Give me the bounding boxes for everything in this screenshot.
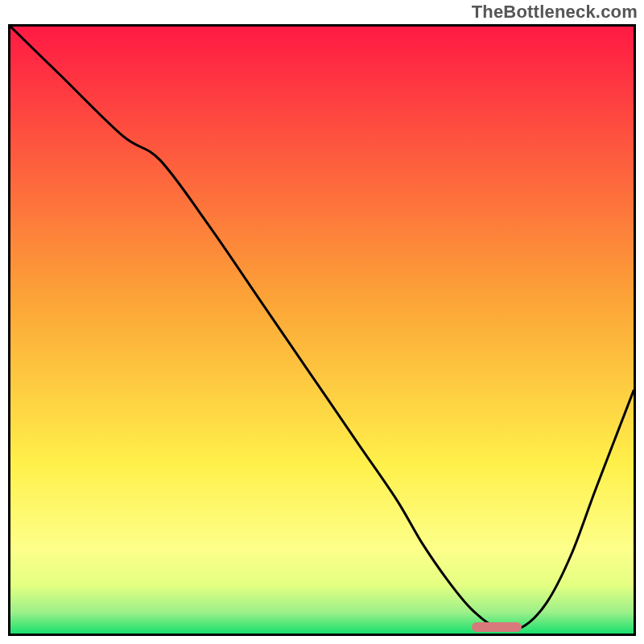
plot-inner [10, 27, 634, 634]
chart-container: TheBottleneck.com [0, 0, 644, 644]
chart-svg [10, 27, 634, 634]
plot-frame [8, 24, 636, 636]
watermark-text: TheBottleneck.com [472, 2, 638, 23]
target-marker [472, 622, 522, 632]
